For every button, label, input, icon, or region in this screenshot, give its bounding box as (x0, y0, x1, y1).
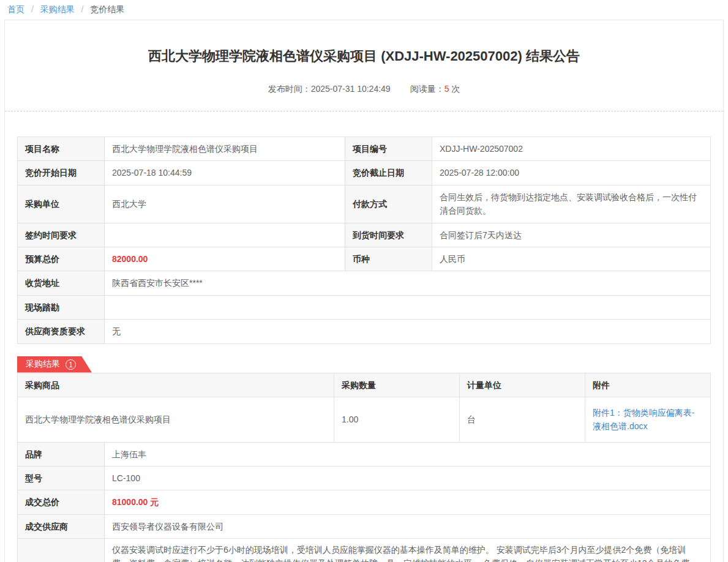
bid-end-label: 竞价截止日期 (345, 161, 432, 185)
brand-label: 品牌 (18, 442, 105, 466)
supplier-qualification-value: 无 (105, 320, 711, 343)
views-unit: 次 (451, 84, 460, 94)
table-row-budget-currency: 预算总价 82000.00 币种 人民币 (18, 247, 711, 271)
model-value: LC-100 (105, 466, 711, 490)
breadcrumb-separator: / (31, 4, 34, 14)
warranty-service-value: 仪器安装调试时应进行不少于6小时的现场培训，受培训人员应能掌握仪器的基本操作及简… (105, 539, 711, 562)
views-label: 阅读量： (410, 84, 445, 94)
goods-column-header: 采购商品 (18, 373, 334, 397)
breadcrumb-procurement-results-link[interactable]: 采购结果 (40, 4, 75, 14)
publish-time-value: 2025-07-31 10:24:49 (311, 84, 391, 94)
signing-time-label: 签约时间要求 (18, 223, 105, 247)
project-name-label: 项目名称 (18, 137, 105, 161)
article-header: 西北大学物理学院液相色谱仪采购项目 (XDJJ-HW-202507002) 结果… (5, 20, 723, 111)
budget-total-value: 82000.00 (105, 247, 345, 271)
bid-start-label: 竞价开始日期 (18, 161, 105, 185)
deal-total-price-label: 成交总价 (18, 490, 105, 514)
supplier-qualification-label: 供应商资质要求 (18, 320, 105, 343)
table-row-project-name-number: 项目名称 西北大学物理学院液相色谱仪采购项目 项目编号 XDJJ-HW-2025… (18, 137, 711, 161)
attachment-download-link[interactable]: 附件1：货物类响应偏离表-液相色谱.docx (593, 408, 694, 431)
views-count: 5 (445, 84, 449, 94)
site-survey-value (105, 295, 711, 319)
announcement-card: 西北大学物理学院液相色谱仪采购项目 (XDJJ-HW-202507002) 结果… (4, 20, 724, 562)
procurement-result-tag: 采购结果 1 (17, 356, 92, 373)
table-row-warranty-service: 质保及售后服务 仪器安装调试时应进行不少于6小时的现场培训，受培训人员应能掌握仪… (18, 539, 711, 562)
table-row-site-survey: 现场踏勘 (18, 295, 711, 319)
budget-total-label: 预算总价 (18, 247, 105, 271)
goods-name-value: 西北大学物理学院液相色谱仪采购项目 (18, 397, 334, 442)
shipping-address-label: 收货地址 (18, 271, 105, 295)
delivery-time-value: 合同签订后7天内送达 (432, 223, 711, 247)
delivery-time-label: 到货时间要求 (345, 223, 432, 247)
procurement-result-section: 采购结果 1 采购商品 采购数量 计量单位 附件 西北大学物理学院液相色谱仪采购… (17, 356, 711, 562)
currency-label: 币种 (345, 247, 432, 271)
attachment-cell: 附件1：货物类响应偏离表-液相色谱.docx (585, 397, 711, 442)
purchasing-unit-value: 西北大学 (105, 185, 345, 223)
project-info-table: 项目名称 西北大学物理学院液相色谱仪采购项目 项目编号 XDJJ-HW-2025… (17, 137, 711, 344)
table-row-model: 型号 LC-100 (18, 466, 711, 490)
result-count-badge: 1 (66, 359, 76, 370)
site-survey-label: 现场踏勘 (18, 295, 105, 319)
table-row-shipping-address: 收货地址 陕西省西安市长安区**** (18, 271, 711, 295)
breadcrumb-home-link[interactable]: 首页 (7, 4, 24, 14)
table-row-buyer-payment: 采购单位 西北大学 付款方式 合同生效后，待货物到达指定地点、安装调试验收合格后… (18, 185, 711, 223)
winning-supplier-label: 成交供应商 (18, 514, 105, 538)
project-number-value: XDJJ-HW-202507002 (432, 137, 711, 161)
deal-total-price-value: 81000.00 元 (105, 490, 711, 514)
currency-value: 人民币 (432, 247, 711, 271)
quantity-column-header: 采购数量 (334, 373, 460, 397)
breadcrumb: 首页 / 采购结果 / 竞价结果 (0, 0, 728, 20)
payment-method-label: 付款方式 (345, 185, 432, 223)
unit-column-header: 计量单位 (460, 373, 585, 397)
project-number-label: 项目编号 (345, 137, 432, 161)
page-title: 西北大学物理学院液相色谱仪采购项目 (XDJJ-HW-202507002) 结果… (17, 47, 711, 66)
breadcrumb-separator: / (81, 4, 84, 14)
warranty-service-label: 质保及售后服务 (18, 539, 105, 562)
article-meta: 发布时间：2025-07-31 10:24:49阅读量：5 次 (17, 84, 711, 111)
table-row-signing-delivery-time: 签约时间要求 到货时间要求 合同签订后7天内送达 (18, 223, 711, 247)
table-row-supplier-qualification: 供应商资质要求 无 (18, 320, 711, 343)
shipping-address-value: 陕西省西安市长安区**** (105, 271, 711, 295)
bid-start-value: 2025-07-18 10:44:59 (105, 161, 345, 185)
brand-value: 上海伍丰 (105, 442, 711, 466)
table-row-winning-supplier: 成交供应商 西安领导者仪器设备有限公司 (18, 514, 711, 538)
bid-end-value: 2025-07-28 12:00:00 (432, 161, 711, 185)
procurement-result-tag-label: 采购结果 (26, 359, 60, 370)
purchasing-unit-label: 采购单位 (18, 185, 105, 223)
quantity-value: 1.00 (334, 397, 460, 442)
table-row-brand: 品牌 上海伍丰 (18, 442, 711, 466)
table-row-result-item: 西北大学物理学院液相色谱仪采购项目 1.00 台 附件1：货物类响应偏离表-液相… (18, 397, 711, 442)
payment-method-value: 合同生效后，待货物到达指定地点、安装调试验收合格后，一次性付清合同货款。 (432, 185, 711, 223)
model-label: 型号 (18, 466, 105, 490)
breadcrumb-current-bidding-results: 竞价结果 (90, 4, 124, 14)
project-name-value: 西北大学物理学院液相色谱仪采购项目 (105, 137, 345, 161)
table-row-result-header: 采购商品 采购数量 计量单位 附件 (18, 373, 711, 397)
winning-supplier-value: 西安领导者仪器设备有限公司 (105, 514, 711, 538)
table-row-deal-price: 成交总价 81000.00 元 (18, 490, 711, 514)
table-row-bidding-dates: 竞价开始日期 2025-07-18 10:44:59 竞价截止日期 2025-0… (18, 161, 711, 185)
procurement-result-table: 采购商品 采购数量 计量单位 附件 西北大学物理学院液相色谱仪采购项目 1.00… (17, 373, 711, 562)
attachment-column-header: 附件 (585, 373, 711, 397)
signing-time-value (105, 223, 345, 247)
publish-time-label: 发布时间： (268, 84, 311, 94)
unit-value: 台 (460, 397, 585, 442)
